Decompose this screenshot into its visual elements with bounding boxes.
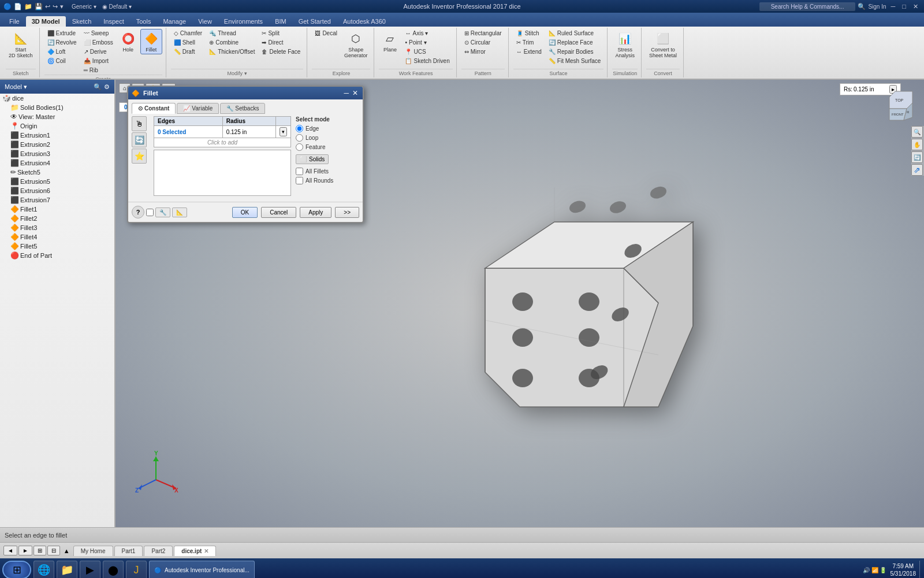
taskbar-app2-icon[interactable]: J: [126, 561, 147, 578]
close-btn[interactable]: ✕: [911, 3, 921, 10]
taskbar-inventor-app[interactable]: 🔵 Autodesk Inventor Professional...: [149, 561, 255, 578]
ruled-surface-btn[interactable]: 📐Ruled Surface: [546, 29, 604, 38]
forward-btn[interactable]: >>: [335, 207, 359, 218]
dialog-tab-variable[interactable]: 📈 Variable: [177, 103, 219, 114]
model-label[interactable]: Model ▾: [5, 83, 27, 91]
sidebar-settings-icon[interactable]: ⚙: [104, 83, 110, 91]
combine-btn[interactable]: ⊕Combine: [206, 38, 258, 47]
taskbar-folder-icon[interactable]: 📁: [57, 561, 77, 578]
tab-file[interactable]: File: [3, 16, 25, 27]
tree-item-extrusion1[interactable]: ⬛Extrusion1: [0, 131, 114, 140]
trim-btn[interactable]: ✂Trim: [513, 38, 545, 47]
mirror-pattern-btn[interactable]: ⇔Mirror: [461, 47, 505, 56]
tree-item-sketch5[interactable]: ✏Sketch5: [0, 168, 114, 177]
btm-nav-forward[interactable]: ►: [18, 546, 32, 555]
viewport[interactable]: ⌂ ⊞ ✋ ▲ Rs: ▸ 0 Selected ▾ ⊞ ▾ ✓ + ✕ ⊟: [116, 80, 924, 527]
rp-rotate-btn[interactable]: 🔄: [911, 151, 923, 163]
tree-item-endofpart[interactable]: 🔴End of Part: [0, 251, 114, 260]
taskbar-chrome-icon[interactable]: ⬤: [103, 561, 124, 578]
fitmesh-btn[interactable]: 📏Fit Mesh Surface: [546, 57, 604, 65]
stitch-btn[interactable]: 🧵Stitch: [513, 29, 545, 38]
tab-bim[interactable]: BIM: [269, 16, 292, 27]
replace-face-btn[interactable]: 🔄Replace Face: [546, 38, 604, 47]
radio-edge-input[interactable]: [296, 125, 303, 132]
tab-a360[interactable]: Autodesk A360: [337, 16, 392, 27]
fillet-btn[interactable]: 🔶 Fillet: [140, 29, 162, 54]
row-expand-btn[interactable]: ▾: [280, 127, 287, 136]
btm-tab-part1[interactable]: Part1: [114, 546, 143, 556]
ucs-btn[interactable]: 📍UCS: [402, 47, 452, 56]
tab-tools[interactable]: Tools: [131, 16, 157, 27]
decal-btn[interactable]: 🖼Decal: [312, 29, 340, 38]
tree-item-dice[interactable]: 🎲dice: [0, 94, 114, 103]
chamfer-btn[interactable]: ◇Chamfer: [171, 29, 205, 38]
coil-btn[interactable]: 🌀Coil: [44, 57, 80, 65]
cancel-btn[interactable]: Cancel: [261, 207, 296, 218]
table-row-add[interactable]: Click to add: [154, 138, 291, 147]
rp-zoom-btn[interactable]: 🔍: [911, 126, 923, 138]
loop-select-icon-btn[interactable]: 🔄: [132, 132, 147, 147]
quick-access-new[interactable]: 📄: [14, 3, 22, 10]
extend-btn[interactable]: ↔Extend: [513, 47, 545, 56]
start-2d-sketch-btn[interactable]: 📐 Start 2D Sketch: [6, 29, 36, 60]
check1[interactable]: [146, 209, 154, 216]
point-btn[interactable]: •Point ▾: [402, 38, 452, 47]
radius-expand-cell[interactable]: ▾: [276, 126, 291, 138]
shape-generator-btn[interactable]: ⬡ Shape Generator: [341, 29, 371, 60]
dialog-tab-setbacks[interactable]: 🔧 Setbacks: [220, 103, 265, 114]
tab-3dmodel[interactable]: 3D Model: [26, 16, 66, 27]
tab-manage[interactable]: Manage: [157, 16, 192, 27]
draft-btn[interactable]: 📏Draft: [171, 47, 205, 56]
radio-feature-input[interactable]: [296, 143, 303, 151]
btm-tab-part2[interactable]: Part2: [144, 546, 173, 556]
shell-btn[interactable]: 🟦Shell: [171, 38, 205, 47]
tree-item-extrusion2[interactable]: ⬛Extrusion2: [0, 140, 114, 149]
tree-item-fillet2[interactable]: 🔶Fillet2: [0, 214, 114, 223]
quick-access-open[interactable]: 📁: [24, 3, 32, 10]
help-btn[interactable]: ?: [132, 206, 144, 218]
tree-item-extrusion6[interactable]: ⬛Extrusion6: [0, 186, 114, 195]
taskbar-mediaplayer-icon[interactable]: ▶: [80, 561, 100, 578]
btm-tab-dice-close[interactable]: ✕: [204, 548, 208, 554]
deleteface-btn[interactable]: 🗑Delete Face: [259, 47, 303, 56]
tab-view[interactable]: View: [192, 16, 218, 27]
sidebar-search-icon[interactable]: 🔍: [94, 83, 102, 91]
derive-btn[interactable]: ↗Derive: [81, 47, 116, 56]
tree-item-extrusion4[interactable]: ⬛Extrusion4: [0, 158, 114, 168]
rp-share-btn[interactable]: ⇗: [911, 164, 923, 176]
help-search-icon[interactable]: 🔍: [858, 3, 866, 10]
taskbar-ie-icon[interactable]: 🌐: [33, 561, 54, 578]
feature-select-icon-btn[interactable]: ⭐: [132, 149, 147, 164]
sweep-btn[interactable]: 〰Sweep: [81, 29, 116, 38]
btm-nav-back[interactable]: ◄: [3, 546, 17, 555]
sketchdriven-btn[interactable]: 📋Sketch Driven: [402, 57, 452, 65]
plane-btn[interactable]: ▱ Plane: [379, 29, 401, 54]
split-btn[interactable]: ✂Split: [259, 29, 303, 38]
tree-item-extrusion7[interactable]: ⬛Extrusion7: [0, 195, 114, 205]
rp-pan-btn[interactable]: ✋: [911, 139, 923, 150]
radio-loop-input[interactable]: [296, 134, 303, 142]
revolve-btn[interactable]: 🔄Revolve: [44, 38, 80, 47]
tab-environments[interactable]: Environments: [218, 16, 269, 27]
rib-btn[interactable]: ═Rib: [81, 66, 116, 75]
rectangular-btn[interactable]: ⊞Rectangular: [461, 29, 505, 38]
start-button[interactable]: ⊞: [2, 561, 31, 578]
quick-access-save[interactable]: 💾: [35, 3, 43, 10]
default-selector[interactable]: ◉ Default ▾: [102, 3, 132, 10]
all-fillets-checkbox[interactable]: [296, 168, 303, 175]
tree-item-view[interactable]: 👁View: Master: [0, 112, 114, 121]
stress-analysis-btn[interactable]: 📊 Stress Analysis: [612, 29, 638, 60]
tab-sketch[interactable]: Sketch: [66, 16, 98, 27]
show-desktop-btn[interactable]: [919, 561, 922, 578]
quick-access-redo[interactable]: ↪: [53, 3, 58, 10]
tree-item-fillet1[interactable]: 🔶Fillet1: [0, 205, 114, 214]
thread-btn[interactable]: 🔩Thread: [206, 29, 258, 38]
convert-sheet-metal-btn[interactable]: ⬜ Convert to Sheet Metal: [646, 29, 680, 60]
hole-btn[interactable]: ⭕ Hole: [117, 29, 139, 54]
tab-inspect[interactable]: Inspect: [98, 16, 129, 27]
btm-tab-myhome[interactable]: My Home: [73, 546, 113, 556]
tree-item-fillet5[interactable]: 🔶Fillet5: [0, 242, 114, 251]
icon-btn1[interactable]: 🔧: [155, 208, 170, 217]
axis-btn[interactable]: ↔Axis ▾: [402, 29, 452, 38]
table-row-selected[interactable]: 0 Selected 0.125 in ▾: [154, 126, 291, 138]
